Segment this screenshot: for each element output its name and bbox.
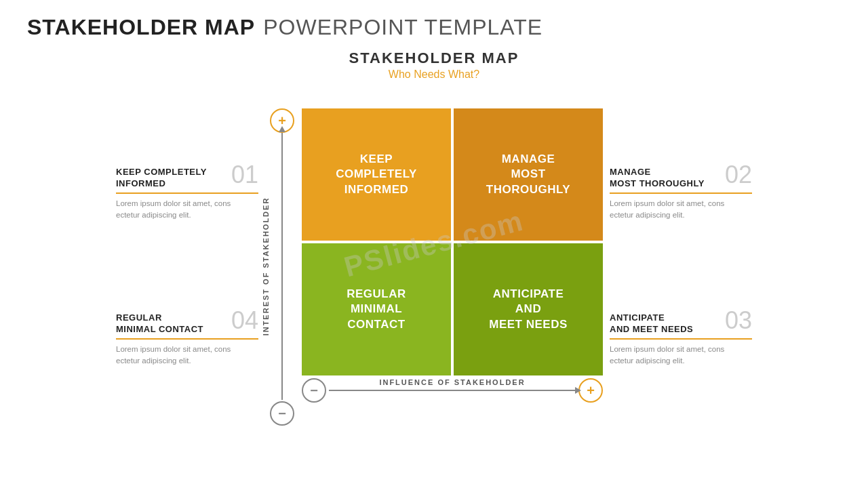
x-arrow-right [575,387,581,394]
x-axis: − INFLUENCE of STAKEHOLDER + [302,378,603,403]
plus-circle-right: + [578,378,603,403]
x-axis-label: INFLUENCE of STAKEHOLDER [379,378,525,386]
right-label-text-1: MANAGEMOST THOROUGHLY [610,167,719,190]
right-label-desc-1: Lorem ipsum dolor sit amet, consectetur … [610,198,752,222]
left-label-number-2: 04 [231,308,258,333]
left-divider-2 [116,338,258,340]
left-label-desc-2: Lorem ipsum dolor sit amet, consectetur … [116,344,258,367]
left-label-block-1: KEEP COMPLETELYINFORMED 01 Lorem ipsum d… [116,167,258,221]
cell-text-3: REGULARMINIMALCONTACT [340,280,413,338]
minus-circle-bottom: − [302,378,326,403]
grid-area: KEEPCOMPLETELYINFORMED MANAGEMOSTTHOROUG… [302,108,603,403]
grid-cell-2: MANAGEMOSTTHOROUGHLY [454,108,603,241]
y-axis-label: INTEREST of STAKEHOLDER [262,197,270,336]
right-label-desc-2: Lorem ipsum dolor sit amet, consectetur … [610,344,752,367]
cell-text-4: ANTICIPATEANDMEET NEEDS [482,280,574,338]
subtitle-title: STAKEHOLDER MAP [0,49,868,67]
right-label-number-1: 02 [725,163,752,187]
minus-circle-left: − [270,401,294,426]
subtitle-area: STAKEHOLDER MAP Who Needs What? [0,49,868,81]
left-label-text-2: REGULARMINIMAL CONTACT [116,312,226,336]
left-label-text-1: KEEP COMPLETELYINFORMED [116,167,226,190]
header-bold: STAKEHOLDER MAP [27,15,255,40]
right-labels: MANAGEMOST THOROUGHLY 02 Lorem ipsum dol… [610,121,752,413]
right-label-text-2: ANTICIPATEAND MEET NEEDS [610,312,719,336]
cell-text-2: MANAGEMOSTTHOROUGHLY [479,145,577,203]
subtitle-sub: Who Needs What? [0,68,868,81]
right-label-block-2: ANTICIPATEAND MEET NEEDS 03 Lorem ipsum … [610,312,752,367]
left-label-block-2: REGULARMINIMAL CONTACT 04 Lorem ipsum do… [116,312,258,367]
main-content: KEEP COMPLETELYINFORMED 01 Lorem ipsum d… [0,87,868,447]
x-axis-line: INFLUENCE of STAKEHOLDER [329,390,576,391]
page-header: STAKEHOLDER MAP POWERPOINT TEMPLATE [0,0,868,47]
right-divider-1 [610,192,752,194]
header-light: POWERPOINT TEMPLATE [263,15,542,40]
cell-text-1: KEEPCOMPLETELYINFORMED [329,145,424,203]
left-label-desc-1: Lorem ipsum dolor sit amet, consectetur … [116,198,258,222]
grid-cell-4: ANTICIPATEANDMEET NEEDS [454,243,603,375]
grid-cell-3: REGULARMINIMALCONTACT [302,243,451,375]
right-divider-2 [610,338,752,340]
grid: KEEPCOMPLETELYINFORMED MANAGEMOSTTHOROUG… [302,108,603,375]
right-label-block-1: MANAGEMOST THOROUGHLY 02 Lorem ipsum dol… [610,167,752,221]
right-label-number-2: 03 [725,308,752,333]
grid-cell-1: KEEPCOMPLETELYINFORMED [302,108,451,241]
left-label-number-1: 01 [231,163,258,187]
left-divider-1 [116,192,258,194]
y-axis: + INTEREST of STAKEHOLDER − [265,108,299,426]
center-wrapper: + INTEREST of STAKEHOLDER − KEEPCOMPLETE… [265,108,603,426]
left-labels: KEEP COMPLETELYINFORMED 01 Lorem ipsum d… [116,121,258,413]
